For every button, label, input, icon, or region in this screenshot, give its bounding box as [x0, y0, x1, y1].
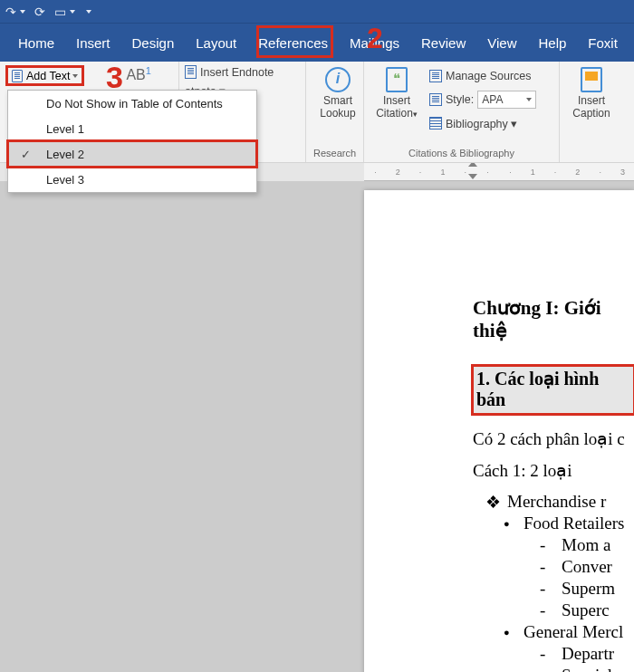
tab-home[interactable]: Home: [7, 24, 65, 62]
tab-help[interactable]: Help: [527, 24, 577, 62]
insert-citation-button[interactable]: InsertCitation▾: [370, 65, 424, 120]
tab-label: Design: [132, 35, 175, 51]
tab-label: Home: [18, 35, 54, 51]
style-icon: [429, 93, 442, 106]
tab-label: Help: [538, 35, 566, 51]
quick-access-toolbar: ↷ ⟳ ▭: [0, 0, 634, 24]
bibliography-icon: [429, 117, 442, 130]
indent-marker-bottom-icon[interactable]: [468, 174, 477, 179]
style-select[interactable]: APA: [477, 91, 536, 109]
dropdown-item-label: Level 2: [46, 148, 84, 161]
style-label: Style:: [446, 93, 474, 106]
list-item: Merchandise r: [507, 492, 634, 512]
tab-label: Review: [421, 35, 466, 51]
qat-item[interactable]: ▭: [54, 5, 75, 19]
selected-heading-text: 1. Các loại hình bán: [476, 369, 599, 409]
list-item: Special: [562, 666, 634, 672]
group-label: [565, 148, 614, 162]
lookup-icon: [325, 67, 351, 92]
tab-label: Insert: [76, 35, 110, 51]
indent-marker-top-icon[interactable]: [468, 163, 477, 167]
group-captions: InsertCaption: [560, 62, 620, 162]
tab-view[interactable]: View: [476, 24, 527, 62]
tab-review[interactable]: Review: [410, 24, 476, 62]
group-label-research: Research: [312, 148, 358, 162]
tab-mailings[interactable]: Mailings: [339, 24, 410, 62]
style-row: Style: APA: [429, 89, 536, 110]
insert-endnote-label: Insert Endnote: [200, 66, 274, 79]
selected-heading[interactable]: 1. Các loại hình bán: [473, 366, 634, 414]
chevron-down-icon: [72, 74, 78, 78]
list-item: Superm: [562, 579, 634, 599]
insert-endnote-button[interactable]: Insert Endnote: [185, 65, 300, 79]
endnote-icon: [185, 65, 197, 79]
group-label-citations: Citations & Bibliography: [370, 148, 553, 162]
qat-undo-icon[interactable]: ↷: [5, 5, 25, 19]
tab-insert[interactable]: Insert: [65, 24, 121, 62]
qat-redo-icon[interactable]: ⟳: [34, 5, 45, 19]
add-text-button[interactable]: Add Text: [5, 65, 84, 86]
manage-sources-button[interactable]: Manage Sources: [429, 65, 536, 87]
style-value: APA: [482, 93, 503, 106]
list-item: General Mercl: [524, 622, 634, 642]
tab-label: Mailings: [350, 35, 399, 51]
qat-customize-icon[interactable]: [84, 10, 91, 14]
tab-label: References: [258, 35, 328, 51]
paragraph: Có 2 cách phân loại c: [473, 428, 634, 449]
document-canvas: Chương I: Giới thiệ 1. Các loại hình bán…: [0, 181, 634, 672]
smart-lookup-label: SmartLookup: [320, 94, 355, 120]
bibliography-button[interactable]: Bibliography ▾: [429, 112, 536, 134]
dropdown-item-no-show[interactable]: Do Not Show in Table of Contents: [8, 91, 256, 116]
chapter-heading: Chương I: Giới thiệ: [473, 297, 634, 342]
ribbon-tabs: Home Insert Design Layout References Mai…: [0, 24, 634, 62]
add-text-dropdown: Do Not Show in Table of Contents Level 1…: [7, 90, 257, 193]
dropdown-item-label: Do Not Show in Table of Contents: [46, 97, 223, 110]
group-citations: InsertCitation▾ Manage Sources Style: AP…: [364, 62, 560, 162]
document-icon: [12, 70, 23, 82]
insert-citation-label: InsertCitation▾: [376, 94, 418, 120]
tab-design[interactable]: Design: [121, 24, 186, 62]
list-item: Conver: [562, 557, 634, 577]
horizontal-ruler[interactable]: ·2·1···1·2·3: [364, 163, 634, 181]
list-item: Departr: [562, 644, 634, 664]
dropdown-item-level-3[interactable]: Level 3: [8, 167, 256, 192]
insert-caption-button[interactable]: InsertCaption: [565, 65, 618, 120]
sources-icon: [429, 70, 442, 82]
list-item: Mom a: [562, 535, 634, 555]
manage-sources-label: Manage Sources: [446, 70, 532, 82]
insert-caption-label: InsertCaption: [572, 94, 610, 120]
tab-label: View: [487, 35, 516, 51]
paragraph: Cách 1: 2 loại: [473, 460, 634, 481]
bibliography-label: Bibliography ▾: [446, 117, 517, 130]
dropdown-item-label: Level 1: [46, 122, 84, 136]
list-item: Superc: [562, 600, 634, 620]
list-item: Food Retailers: [524, 514, 634, 533]
citation-icon: [386, 67, 408, 92]
add-text-label: Add Text: [26, 70, 70, 82]
dropdown-item-level-1[interactable]: Level 1: [8, 116, 256, 141]
tab-label: Foxit: [588, 35, 618, 51]
dropdown-item-level-2[interactable]: Level 2: [8, 141, 256, 167]
insert-footnote-button[interactable]: AB1: [120, 65, 150, 83]
tab-references[interactable]: References: [247, 24, 339, 62]
caption-icon: [581, 67, 602, 92]
smart-lookup-button[interactable]: SmartLookup: [312, 65, 364, 120]
tab-foxit[interactable]: Foxit: [577, 24, 629, 62]
dropdown-item-label: Level 3: [46, 173, 84, 187]
tab-label: Layout: [196, 35, 236, 51]
document-page[interactable]: Chương I: Giới thiệ 1. Các loại hình bán…: [364, 190, 634, 672]
group-research: SmartLookup Research: [306, 62, 364, 162]
tab-layout[interactable]: Layout: [185, 24, 247, 62]
